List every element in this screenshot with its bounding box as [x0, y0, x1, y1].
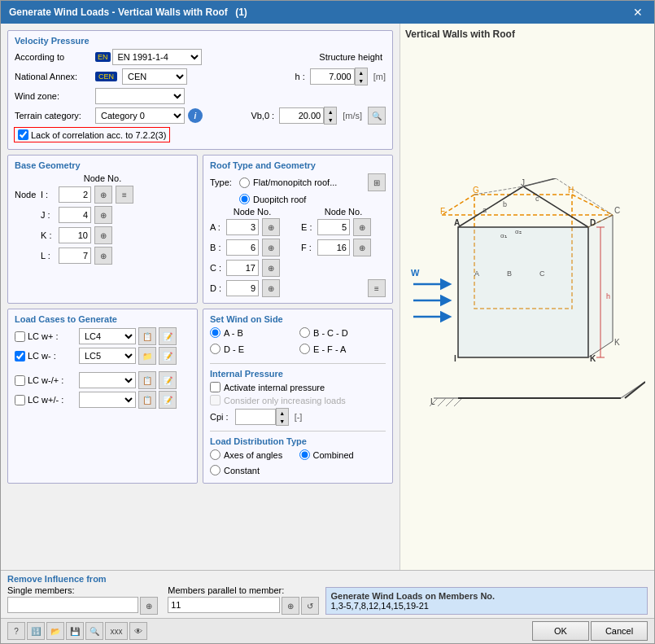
lcw-minus-folder-button[interactable]: 📁: [138, 347, 156, 365]
vb-up-button[interactable]: ▲: [325, 107, 336, 116]
lcw-plus-checkbox[interactable]: [15, 331, 25, 342]
lcw-minus-plus-select[interactable]: [79, 392, 136, 408]
roof-nodes-list-button[interactable]: ≡: [368, 279, 386, 297]
wind-efa-radio[interactable]: [299, 344, 310, 354]
members-parallel-reset-button[interactable]: ↺: [301, 597, 319, 615]
wind-bcd-radio[interactable]: [299, 327, 310, 338]
f-label: F :: [301, 243, 314, 252]
node-i-input[interactable]: 2: [59, 186, 91, 203]
node-f-pick-button[interactable]: ⊕: [353, 239, 371, 256]
node-l-input[interactable]: 7: [59, 248, 91, 264]
lcw-plus-label: LC w+ :: [28, 331, 76, 341]
lcw-minus-checkbox[interactable]: [15, 351, 25, 361]
h-unit: [m]: [373, 72, 386, 81]
h-down-button[interactable]: ▼: [356, 77, 367, 85]
node-i-pick-button[interactable]: ⊕: [94, 186, 112, 204]
info-icon[interactable]: i: [188, 108, 203, 123]
axes-angles-radio[interactable]: [210, 449, 221, 460]
lcw-pm-edit1-button[interactable]: 📋: [138, 371, 156, 389]
members-parallel-pick-button[interactable]: ⊕: [282, 597, 299, 615]
lcw-mp-edit1-button[interactable]: 📋: [138, 391, 156, 409]
generate-wind-loads-value: 1,3-5,7,8,12,14,15,19-21: [331, 601, 643, 611]
single-members-input[interactable]: [7, 597, 138, 613]
lack-of-correlation-checkbox[interactable]: [18, 129, 28, 140]
toolbar-btn-3[interactable]: 📂: [46, 622, 64, 640]
node-l-pick-button[interactable]: ⊕: [94, 247, 112, 265]
lcw-plus-select[interactable]: LC4: [79, 328, 136, 344]
dialog-title: Generate Wind Loads - Vertical Walls wit…: [9, 7, 247, 18]
node-c-input[interactable]: 17: [226, 260, 259, 276]
internal-pressure-subsection: Internal Pressure Activate internal pres…: [210, 363, 386, 426]
node-i-list-button[interactable]: ≡: [116, 186, 133, 204]
node-f-input[interactable]: 16: [317, 239, 350, 256]
cancel-button[interactable]: Cancel: [591, 621, 648, 641]
wind-efa-label: E - F - A: [313, 344, 346, 354]
members-parallel-label: Members parallel to member:: [168, 585, 318, 595]
j-label: J :: [41, 210, 55, 220]
node-a-pick-button[interactable]: ⊕: [262, 218, 280, 236]
lcw-minus-select[interactable]: LC5: [79, 348, 136, 364]
toolbar-btn-1[interactable]: ?: [7, 622, 25, 640]
node-k-input[interactable]: 10: [59, 227, 91, 243]
node-a-input[interactable]: 3: [226, 219, 259, 235]
lcw-plus-edit2-button[interactable]: 📝: [159, 327, 177, 345]
national-annex-select[interactable]: CEN: [122, 68, 187, 85]
vb-input[interactable]: 20.00: [279, 107, 324, 124]
members-parallel-input[interactable]: 11: [168, 597, 279, 613]
terrain-category-select[interactable]: Category 0: [95, 107, 185, 124]
toolbar-btn-4[interactable]: 💾: [66, 622, 84, 640]
consider-increasing-loads-checkbox[interactable]: [210, 395, 221, 405]
toolbar-btn-7[interactable]: 👁: [129, 622, 147, 640]
building-diagram: A D I K C K G H F J E L: [409, 178, 645, 431]
svg-text:K: K: [614, 338, 620, 347]
flat-monopitch-label: Flat/monopitch roof...: [253, 177, 337, 187]
lcw-plus-minus-checkbox[interactable]: [15, 375, 25, 386]
cpi-up-button[interactable]: ▲: [277, 409, 288, 417]
wind-ab-radio[interactable]: [210, 327, 221, 338]
node-j-pick-button[interactable]: ⊕: [94, 206, 112, 224]
wind-zone-select[interactable]: [95, 88, 185, 104]
duopitch-radio[interactable]: [239, 194, 250, 204]
vb-search-button[interactable]: 🔍: [368, 107, 386, 125]
node-d-input[interactable]: 9: [226, 280, 259, 296]
activate-internal-pressure-checkbox[interactable]: [210, 382, 221, 392]
title-instance: (1): [235, 7, 247, 18]
toolbar-btn-5[interactable]: 🔍: [85, 622, 103, 640]
constant-radio[interactable]: [210, 465, 221, 475]
terrain-category-label: Terrain category:: [15, 111, 92, 120]
node-b-input[interactable]: 6: [226, 239, 259, 256]
combined-radio[interactable]: [299, 449, 310, 460]
toolbar-btn-2[interactable]: 🔢: [27, 622, 45, 640]
h-up-button[interactable]: ▲: [356, 68, 367, 77]
svg-marker-6: [458, 227, 588, 357]
node-d-pick-button[interactable]: ⊕: [262, 279, 280, 297]
according-to-select[interactable]: EN 1991-1-4: [112, 49, 202, 65]
lcw-pm-edit2-button[interactable]: 📝: [159, 371, 177, 389]
h-input[interactable]: 7.000: [310, 68, 355, 85]
node-e-input[interactable]: 5: [317, 219, 350, 235]
lcw-minus-plus-checkbox[interactable]: [15, 395, 25, 405]
toolbar-btn-6[interactable]: xxx: [105, 622, 128, 640]
node-b-pick-button[interactable]: ⊕: [262, 239, 280, 256]
close-button[interactable]: ✕: [630, 6, 646, 19]
cpi-down-button[interactable]: ▼: [277, 417, 288, 425]
node-j-input[interactable]: 4: [59, 207, 91, 223]
node-c-pick-button[interactable]: ⊕: [262, 259, 280, 277]
cpi-input[interactable]: [235, 409, 276, 425]
svg-line-29: [446, 398, 454, 406]
lcw-plus-minus-select[interactable]: [79, 372, 136, 388]
flat-monopitch-radio[interactable]: [239, 177, 250, 188]
svg-text:G: G: [473, 186, 479, 195]
ok-button[interactable]: OK: [532, 621, 589, 641]
vb-down-button[interactable]: ▼: [325, 116, 336, 124]
lcw-mp-edit2-button[interactable]: 📝: [159, 391, 177, 409]
svg-line-14: [523, 178, 556, 186]
roof-detail-button[interactable]: ⊞: [368, 173, 386, 191]
lcw-plus-edit1-button[interactable]: 📋: [138, 327, 156, 345]
node-k-pick-button[interactable]: ⊕: [94, 226, 112, 244]
wind-de-radio[interactable]: [210, 344, 221, 354]
lcw-minus-edit-button[interactable]: 📝: [159, 347, 177, 365]
activate-internal-pressure-label: Activate internal pressure: [224, 383, 325, 392]
single-members-pick-button[interactable]: ⊕: [140, 597, 158, 615]
node-e-pick-button[interactable]: ⊕: [353, 218, 371, 236]
